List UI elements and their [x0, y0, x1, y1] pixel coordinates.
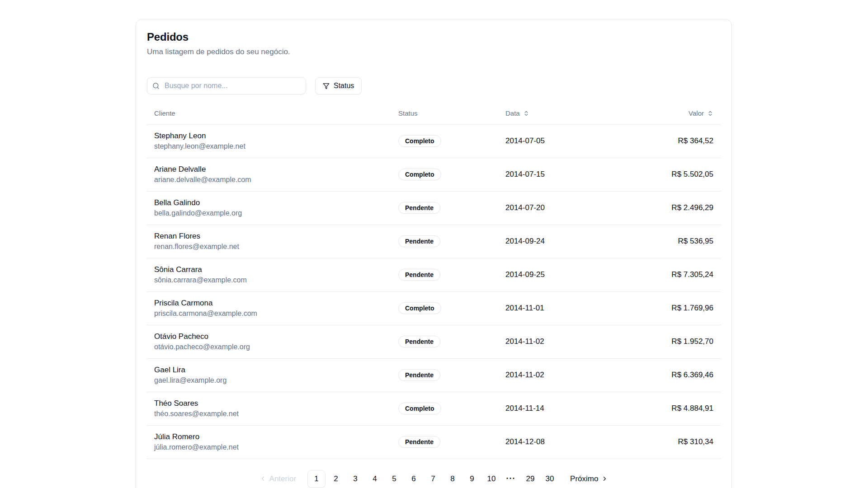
page-title: Pedidos: [147, 30, 721, 44]
sort-chevrons-icon: [523, 110, 529, 117]
pagination-page-3[interactable]: 3: [346, 470, 364, 488]
client-cell: Priscila Carmona priscila.carmona@exampl…: [147, 291, 391, 325]
pagination-page-8[interactable]: 8: [443, 470, 462, 488]
client-name: Priscila Carmona: [154, 298, 384, 308]
search-input-wrapper: [147, 77, 306, 94]
table-row: Stephany Leon stephany.leon@example.net …: [147, 124, 721, 158]
table-row: Bella Galindo bella.galindo@example.org …: [147, 191, 721, 225]
status-badge: Pendente: [398, 235, 440, 247]
sort-chevrons-icon: [707, 110, 713, 117]
status-cell: Pendente: [391, 225, 498, 258]
pagination-page-29[interactable]: 29: [521, 470, 539, 488]
client-cell: Renan Flores renan.flores@example.net: [147, 225, 391, 258]
status-cell: Pendente: [391, 358, 498, 392]
client-email: ariane.delvalle@example.com: [154, 175, 384, 184]
status-badge: Pendente: [398, 336, 440, 347]
client-name: Gael Lira: [154, 365, 384, 375]
status-filter-button[interactable]: Status: [315, 77, 362, 94]
pagination: Anterior 12345678910···2930 Próximo: [147, 470, 721, 488]
client-cell: Otávio Pacheco otávio.pacheco@example.or…: [147, 325, 391, 358]
column-label: Valor: [689, 109, 704, 117]
table-row: Ariane Delvalle ariane.delvalle@example.…: [147, 158, 721, 191]
pagination-page-6[interactable]: 6: [405, 470, 423, 488]
pagination-page-10[interactable]: 10: [482, 470, 500, 488]
client-email: stephany.leon@example.net: [154, 142, 384, 151]
pagination-page-4[interactable]: 4: [366, 470, 384, 488]
client-cell: Gael Lira gael.lira@example.org: [147, 358, 391, 392]
value-cell: R$ 536,95: [631, 225, 721, 258]
column-header-data[interactable]: Data: [498, 103, 631, 124]
status-badge: Completo: [398, 169, 441, 180]
client-name: Sônia Carrara: [154, 265, 384, 274]
filter-funnel-icon: [323, 83, 330, 89]
pagination-page-5[interactable]: 5: [385, 470, 403, 488]
status-cell: Pendente: [391, 325, 498, 358]
pagination-ellipsis: ···: [502, 470, 520, 488]
pagination-next-button[interactable]: Próximo: [565, 470, 613, 488]
client-email: sônia.carrara@example.com: [154, 276, 384, 285]
value-cell: R$ 310,34: [631, 425, 721, 459]
status-badge: Completo: [398, 302, 441, 314]
pagination-page-1[interactable]: 1: [307, 470, 326, 488]
table-row: Gael Lira gael.lira@example.org Pendente…: [147, 358, 721, 392]
column-label: Cliente: [154, 109, 175, 117]
table-header-row: Cliente Status Data Valor: [147, 103, 721, 124]
chevron-left-icon: [259, 475, 266, 482]
pagination-page-7[interactable]: 7: [424, 470, 442, 488]
client-name: Ariane Delvalle: [154, 164, 384, 174]
value-cell: R$ 5.502,05: [631, 158, 721, 191]
status-cell: Completo: [391, 392, 498, 425]
client-email: júlia.romero@example.net: [154, 443, 384, 452]
table-row: Théo Soares théo.soares@example.net Comp…: [147, 392, 721, 425]
search-input[interactable]: [147, 77, 306, 94]
client-cell: Théo Soares théo.soares@example.net: [147, 392, 391, 425]
chevron-right-icon: [601, 475, 608, 482]
status-filter-label: Status: [334, 82, 354, 90]
table-row: Sônia Carrara sônia.carrara@example.com …: [147, 258, 721, 291]
status-badge: Completo: [398, 403, 441, 414]
client-cell: Bella Galindo bella.galindo@example.org: [147, 191, 391, 225]
status-badge: Pendente: [398, 202, 440, 214]
date-cell: 2014-07-15: [498, 158, 631, 191]
date-cell: 2014-09-25: [498, 258, 631, 291]
client-cell: Sônia Carrara sônia.carrara@example.com: [147, 258, 391, 291]
table-body: Stephany Leon stephany.leon@example.net …: [147, 124, 721, 459]
client-name: Stephany Leon: [154, 131, 384, 141]
value-cell: R$ 2.496,29: [631, 191, 721, 225]
pagination-page-2[interactable]: 2: [327, 470, 345, 488]
pagination-previous-button[interactable]: Anterior: [254, 470, 302, 488]
status-badge: Pendente: [398, 269, 440, 281]
date-cell: 2014-09-24: [498, 225, 631, 258]
orders-table: Cliente Status Data Valor: [147, 103, 721, 459]
pagination-pages: 12345678910···2930: [307, 470, 559, 488]
client-email: otávio.pacheco@example.org: [154, 343, 384, 352]
table-row: Priscila Carmona priscila.carmona@exampl…: [147, 291, 721, 325]
client-name: Renan Flores: [154, 231, 384, 241]
table-row: Renan Flores renan.flores@example.net Pe…: [147, 225, 721, 258]
date-cell: 2014-12-08: [498, 425, 631, 459]
client-name: Júlia Romero: [154, 432, 384, 441]
status-cell: Pendente: [391, 425, 498, 459]
column-header-valor[interactable]: Valor: [631, 103, 721, 124]
client-email: priscila.carmona@example.com: [154, 309, 384, 318]
pagination-next-label: Próximo: [570, 474, 598, 483]
value-cell: R$ 364,52: [631, 124, 721, 158]
column-header-cliente: Cliente: [147, 103, 391, 124]
client-email: bella.galindo@example.org: [154, 209, 384, 218]
client-name: Théo Soares: [154, 399, 384, 408]
status-badge: Pendente: [398, 369, 440, 381]
table-row: Júlia Romero júlia.romero@example.net Pe…: [147, 425, 721, 459]
value-cell: R$ 1.952,70: [631, 325, 721, 358]
client-email: renan.flores@example.net: [154, 242, 384, 251]
pagination-page-30[interactable]: 30: [541, 470, 559, 488]
column-label: Status: [398, 109, 418, 117]
date-cell: 2014-07-05: [498, 124, 631, 158]
pagination-page-9[interactable]: 9: [463, 470, 481, 488]
client-cell: Stephany Leon stephany.leon@example.net: [147, 124, 391, 158]
date-cell: 2014-07-20: [498, 191, 631, 225]
date-cell: 2014-11-14: [498, 392, 631, 425]
client-cell: Ariane Delvalle ariane.delvalle@example.…: [147, 158, 391, 191]
status-cell: Pendente: [391, 191, 498, 225]
toolbar: Status: [147, 77, 721, 94]
value-cell: R$ 6.369,46: [631, 358, 721, 392]
